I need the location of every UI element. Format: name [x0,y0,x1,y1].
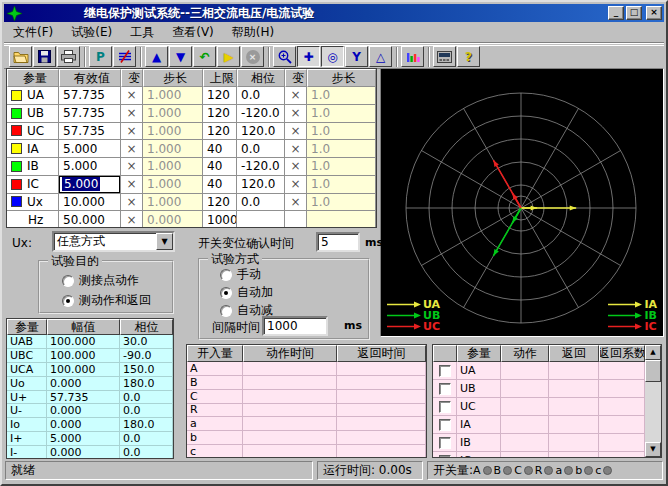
phase-cell[interactable]: 0.0 [237,140,285,158]
polar-grid-button[interactable]: ◎ [321,46,344,67]
checkbox[interactable] [439,365,451,377]
value-cell[interactable]: 50.000 [59,211,121,228]
delta-connection-button[interactable]: △ [369,46,392,67]
print-button[interactable] [57,46,80,67]
vary-toggle[interactable]: × [121,140,143,158]
step-cell[interactable] [307,211,376,228]
limit-cell[interactable]: 120 [203,123,237,141]
step-cell[interactable]: 1.000 [143,87,203,105]
vary-toggle[interactable]: × [121,176,143,194]
checkbox[interactable] [439,419,451,431]
limit-cell[interactable]: 120 [203,194,237,212]
vary-toggle[interactable]: × [285,176,307,194]
limit-cell[interactable]: 120 [203,87,237,105]
menu-file[interactable]: 文件(F) [4,22,62,43]
save-button[interactable] [33,46,56,67]
radio-manual[interactable]: 手动 [220,266,261,283]
vary-toggle[interactable]: × [285,123,307,141]
minimize-button[interactable]: _ [608,6,624,20]
vary-toggle[interactable] [285,211,307,228]
value-cell[interactable]: 57.735 [59,87,121,105]
phase-cell[interactable]: 0.0 [237,87,285,105]
step-up-button[interactable]: ▲ [145,46,168,67]
p-marker-button[interactable]: P [89,46,112,67]
limit-cell[interactable]: 120 [203,105,237,123]
ux-mode-dropdown[interactable]: 任意方式 ▼ [52,231,175,252]
value-cell[interactable]: 57.735 [59,123,121,141]
checkbox[interactable] [439,455,451,458]
step-cell[interactable]: 1.0 [307,105,376,123]
phase-sequence-button[interactable] [113,46,136,67]
start-button[interactable]: ▶ [217,46,240,67]
menu-help[interactable]: 帮助(H) [223,22,283,43]
close-button[interactable]: × [646,6,662,20]
limit-cell[interactable]: 1000 [203,211,237,228]
vary-toggle[interactable]: × [285,140,307,158]
checkbox[interactable] [439,383,451,395]
checkbox[interactable] [439,401,451,413]
step-cell[interactable]: 1.0 [307,158,376,176]
axes-view-button[interactable]: ✚ [297,46,320,67]
value-cell[interactable]: 5.000 [59,140,121,158]
step-cell[interactable]: 1.000 [143,105,203,123]
phase-cell[interactable] [237,211,285,228]
zoom-in-button[interactable] [273,46,296,67]
step-cell[interactable]: 1.0 [307,194,376,212]
step-cell[interactable]: 1.000 [143,123,203,141]
vary-toggle[interactable]: × [121,105,143,123]
radio-measure-act-return[interactable]: 测动作和返回 [62,292,151,309]
device-panel-button[interactable] [433,46,456,67]
bar-chart-button[interactable] [401,46,424,67]
vary-toggle[interactable]: × [121,194,143,212]
phase-cell[interactable]: -120.0 [237,105,285,123]
menu-view[interactable]: 查看(V) [163,22,223,43]
scroll-up-icon[interactable]: ▲ [645,345,661,360]
dropdown-arrow-icon[interactable]: ▼ [156,233,173,250]
vary-toggle[interactable]: × [121,158,143,176]
vary-toggle[interactable]: × [121,87,143,105]
checkbox[interactable] [439,437,451,449]
step-cell[interactable]: 1.000 [143,140,203,158]
step-cell[interactable]: 1.0 [307,123,376,141]
wye-connection-button[interactable]: Y [345,46,368,67]
vary-toggle[interactable]: × [121,211,143,228]
value-edit-cell[interactable]: 5.000 [59,176,121,194]
interval-input[interactable] [262,316,328,336]
menu-tools[interactable]: 工具 [121,22,163,43]
value-cell[interactable]: 57.735 [59,105,121,123]
vary-toggle[interactable]: × [121,123,143,141]
step-cell[interactable]: 1.0 [307,87,376,105]
menu-test[interactable]: 试验(E) [62,22,121,43]
selected-value[interactable]: 5.000 [62,177,100,191]
phase-cell[interactable]: 0.0 [237,194,285,212]
step-down-button[interactable]: ▼ [169,46,192,67]
step-cell[interactable]: 1.0 [307,176,376,194]
scrollbar-thumb[interactable] [645,360,661,382]
step-cell[interactable]: 0.000 [143,211,203,228]
phase-cell[interactable]: 120.0 [237,123,285,141]
vertical-scrollbar[interactable]: ▲ ▼ [645,345,661,457]
vary-toggle[interactable]: × [285,158,307,176]
vary-toggle[interactable]: × [285,87,307,105]
limit-cell[interactable]: 40 [203,176,237,194]
help-button[interactable]: ? [457,46,480,67]
value-cell[interactable]: 5.000 [59,158,121,176]
open-button[interactable] [9,46,32,67]
scroll-down-icon[interactable]: ▼ [645,442,661,457]
step-cell[interactable]: 1.000 [143,176,203,194]
phase-cell[interactable]: -120.0 [237,158,285,176]
confirm-time-input[interactable] [316,232,360,252]
step-cell[interactable]: 1.000 [143,158,203,176]
vary-toggle[interactable]: × [285,105,307,123]
step-cell[interactable]: 1.000 [143,194,203,212]
limit-cell[interactable]: 40 [203,140,237,158]
radio-auto-increase[interactable]: 自动加 [220,284,273,301]
value-cell[interactable]: 10.000 [59,194,121,212]
radio-measure-contact[interactable]: 测接点动作 [62,272,139,289]
phase-cell[interactable]: 120.0 [237,176,285,194]
limit-cell[interactable]: 40 [203,158,237,176]
stop-button[interactable]: × [241,46,264,67]
reset-button[interactable]: ↶ [193,46,216,67]
maximize-button[interactable]: □ [626,6,642,20]
vary-toggle[interactable]: × [285,194,307,212]
